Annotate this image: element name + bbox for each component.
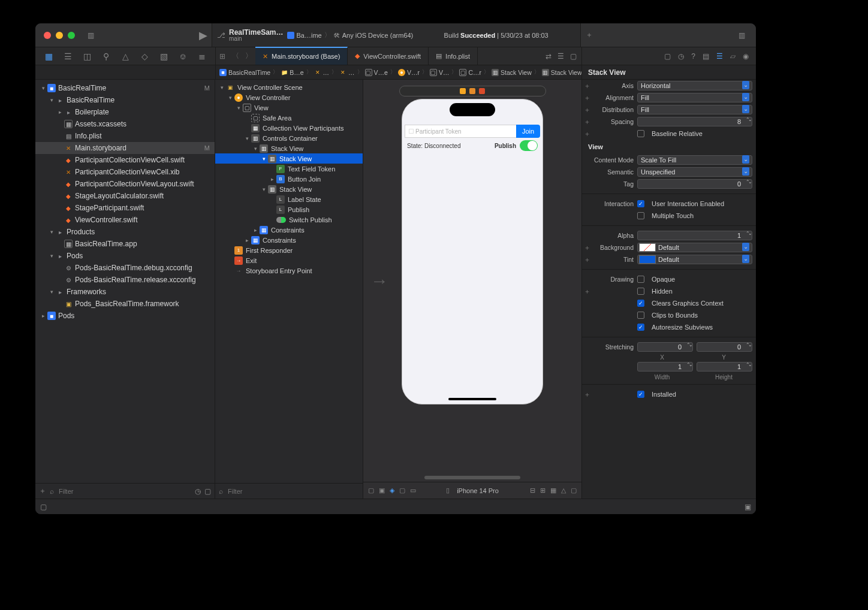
project-tree-row[interactable]: ▣Pods_BasicRealTime.framework	[35, 298, 215, 310]
layout-trait-button[interactable]: ◈	[390, 487, 394, 494]
tab-info-plist[interactable]: ▤ Info.plist	[429, 47, 478, 65]
nav-back-button[interactable]: 〈	[229, 47, 242, 65]
tab-main-storyboard[interactable]: ✕ Main.storyboard (Base)	[255, 47, 348, 65]
project-tree-row[interactable]: ▦Assets.xcassets	[35, 118, 215, 130]
outline-filter-input[interactable]	[227, 487, 359, 496]
attributes-inspector-tab[interactable]: ☰	[716, 52, 723, 61]
debug-navigator-tab[interactable]: ▧	[157, 52, 170, 61]
stretch-x-field[interactable]: 0	[637, 342, 693, 352]
project-tree-row[interactable]: ▾▸Products	[35, 226, 215, 238]
add-target-button[interactable]: ＋	[581, 28, 598, 43]
add-attr-spacing[interactable]: ＋	[583, 117, 590, 126]
content-mode-select[interactable]: Scale To Fill	[637, 155, 752, 165]
minimize-window-button[interactable]	[56, 32, 63, 39]
report-navigator-tab[interactable]: ≣	[195, 52, 209, 61]
token-textfield[interactable]: Participant Token	[405, 125, 516, 138]
identity-inspector-tab[interactable]: ▤	[703, 52, 709, 61]
source-control-navigator-tab[interactable]: ☰	[61, 52, 74, 61]
outline-row[interactable]: ▸▦Constraints	[215, 225, 363, 235]
jump-bar[interactable]: ■BasicRealTime〉 📁B…e〉 ✕…〉 ✕…〉 ▢V…e〉 ●V…r…	[215, 65, 582, 79]
outline-row[interactable]: FText Field Token	[215, 164, 363, 174]
project-tree-row[interactable]: ◆ParticipantCollectionViewLayout.swift	[35, 178, 215, 190]
align-button[interactable]: ⊟	[530, 487, 535, 494]
project-tree-row[interactable]: ▤Info.plist	[35, 130, 215, 142]
outline-row[interactable]: Switch Publish	[215, 215, 363, 225]
project-tree-row[interactable]: ▾▸BasicRealTime	[35, 94, 215, 106]
project-tree-row[interactable]: ▦BasicRealTime.app	[35, 238, 215, 250]
connections-inspector-tab[interactable]: ◉	[743, 52, 749, 61]
join-button[interactable]: Join	[516, 125, 540, 138]
project-tree-row[interactable]: ▸▸Boilerplate	[35, 106, 215, 118]
canvas-scrollbar[interactable]	[424, 476, 520, 479]
distribution-select[interactable]: Fill	[637, 105, 752, 114]
test-navigator-tab[interactable]: ◇	[138, 52, 151, 61]
console-toggle-button[interactable]: ▢	[40, 503, 47, 511]
outline-row[interactable]: ▢Safe Area	[215, 113, 363, 123]
embed-button[interactable]: △	[561, 487, 566, 494]
ib-canvas[interactable]: → Participant Token Jo	[363, 80, 581, 482]
nav-forward-button[interactable]: 〉	[242, 47, 255, 65]
alpha-field[interactable]: 1	[637, 231, 752, 240]
project-tree-row[interactable]: ◆ViewController.swift	[35, 214, 215, 226]
bookmark-navigator-tab[interactable]: ◫	[80, 52, 94, 61]
resolve-button[interactable]: ▦	[550, 487, 556, 494]
outline-row[interactable]: ▾▥Stack View	[215, 143, 363, 153]
project-tree-row[interactable]: ▸■Pods	[35, 310, 215, 322]
project-tree-row[interactable]: ◆ParticipantCollectionViewCell.swift	[35, 154, 215, 166]
adjust-editor-button[interactable]: ▣	[379, 487, 385, 494]
close-window-button[interactable]	[44, 32, 51, 39]
outline-row[interactable]: ▸BButton Join	[215, 174, 363, 184]
recent-filter-icon[interactable]: ◷	[195, 487, 201, 496]
outline-row[interactable]: ▾▢View	[215, 102, 363, 113]
library-button[interactable]: ▢	[571, 487, 577, 494]
outline-row[interactable]: 1First Responder	[215, 245, 363, 255]
tag-field[interactable]: 0	[637, 179, 752, 189]
device-selector[interactable]: iPhone 14 Pro	[457, 487, 499, 494]
project-tree-row[interactable]: ◆StageParticipant.swift	[35, 202, 215, 214]
history-inspector-tab[interactable]: ◷	[678, 52, 684, 61]
outline-row[interactable]: →Exit	[215, 255, 363, 265]
background-select[interactable]: Default	[637, 243, 752, 252]
autoresize-checkbox[interactable]: ✓	[637, 324, 644, 331]
pin-button[interactable]: ⊞	[540, 487, 545, 494]
project-tree-row[interactable]: ✕ParticipantCollectionViewCell.xib	[35, 166, 215, 178]
baseline-relative-checkbox[interactable]	[637, 130, 644, 137]
toggle-sidebar-button[interactable]: ▥	[82, 28, 99, 43]
add-attr-axis[interactable]: ＋	[583, 81, 590, 90]
variables-view-toggle[interactable]: ▣	[745, 503, 751, 511]
file-inspector-tab[interactable]: ▢	[664, 52, 671, 61]
size-inspector-tab[interactable]: ▱	[730, 52, 736, 61]
add-attr-baseline[interactable]: ＋	[583, 129, 590, 138]
user-interaction-checkbox[interactable]: ✓	[637, 200, 644, 207]
scheme-selector[interactable]: Ba…ime 〉 🛠 Any iOS Device (arm64)	[287, 31, 414, 40]
scene-dock-firstresponder-icon[interactable]	[469, 88, 475, 94]
scene-dock-vc-icon[interactable]	[460, 88, 466, 94]
project-tree-row[interactable]: ⚙Pods-BasicRealTime.debug.xcconfig	[35, 262, 215, 274]
add-attr-alignment[interactable]: ＋	[583, 93, 590, 102]
stretch-y-field[interactable]: 0	[697, 342, 752, 352]
outline-row[interactable]: ▾●View Controller	[215, 92, 363, 102]
project-tree-row[interactable]: ◆StageLayoutCalculator.swift	[35, 190, 215, 202]
hidden-checkbox[interactable]	[637, 288, 644, 295]
project-tree-row[interactable]: ▾■BasicRealTimeM	[35, 82, 215, 94]
outline-row[interactable]: ▸▦Constraints	[215, 235, 363, 245]
adjust-editor-options-icon[interactable]: ☰	[557, 52, 564, 61]
outline-row[interactable]: LPublish	[215, 204, 363, 215]
scm-filter-icon[interactable]: ▢	[204, 487, 211, 496]
add-file-button[interactable]: ＋	[39, 486, 46, 496]
related-items-icon[interactable]: ⇄	[545, 52, 551, 61]
zoom-out-button[interactable]: ▢	[399, 487, 405, 494]
project-tree-row[interactable]: ✕Main.storyboardM	[35, 142, 215, 154]
project-tree-row[interactable]: ▾▸Frameworks	[35, 286, 215, 298]
outline-row[interactable]: ▦Collection View Participants	[215, 123, 363, 133]
clears-gc-checkbox[interactable]: ✓	[637, 300, 644, 307]
project-tree-row[interactable]: ⚙Pods-BasicRealTime.release.xcconfig	[35, 274, 215, 286]
outline-row[interactable]: LLabel State	[215, 194, 363, 204]
grid-icon[interactable]: ⊞	[216, 47, 229, 65]
run-button[interactable]: ▶	[195, 28, 212, 43]
outline-row[interactable]: ▾▥Stack View	[215, 184, 363, 194]
scene-dock-exit-icon[interactable]	[479, 88, 485, 94]
stretch-h-field[interactable]: 1	[697, 362, 752, 372]
semantic-select[interactable]: Unspecified	[637, 167, 752, 177]
outline-tree[interactable]: ▾▣View Controller Scene▾●View Controller…	[215, 80, 363, 483]
